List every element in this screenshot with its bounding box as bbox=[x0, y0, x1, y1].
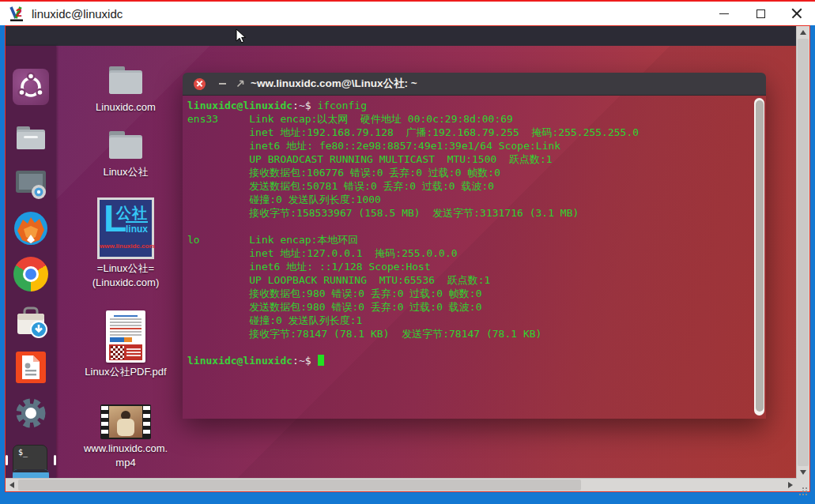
desktop-icon-video[interactable]: www.linuxidc.com. mp4 bbox=[80, 404, 172, 470]
vnc-window-titlebar: 2 linuxidc@linuxidc bbox=[0, 0, 815, 25]
terminal-minimize-button[interactable] bbox=[219, 83, 226, 85]
launcher-item-display[interactable] bbox=[13, 165, 49, 201]
terminal-body[interactable]: linuxidc@linuxidc:~$ ifconfig ens33 Link… bbox=[183, 95, 766, 419]
prompt-path: ~ bbox=[299, 355, 305, 367]
resize-grip[interactable] bbox=[797, 479, 809, 491]
terminal-scrollbar[interactable] bbox=[754, 98, 764, 416]
display-icon bbox=[13, 165, 49, 201]
terminal-output-line: 发送数据包:980 错误:0 丢弃:0 过载:0 载波:0 bbox=[187, 300, 750, 314]
terminal-output-line: 发送数据包:50781 错误:0 丢弃:0 过载:0 载波:0 bbox=[187, 179, 750, 193]
libreoffice-icon bbox=[13, 349, 49, 386]
qr-code-block bbox=[109, 344, 142, 360]
terminal-output-line: lo Link encap:本地环回 bbox=[187, 233, 750, 246]
terminal-output-line: inet6 地址: fe80::2e98:8857:49e1:39e1/64 S… bbox=[187, 139, 750, 152]
arrow-down-icon bbox=[800, 470, 806, 475]
terminal-title: ~ww.linuxidc.com@\Linux公社: ~ bbox=[251, 77, 417, 91]
arrow-right-icon bbox=[788, 482, 793, 488]
prompt-colon: : bbox=[292, 355, 299, 367]
prompt-dollar: $ bbox=[305, 100, 318, 111]
chrome-icon bbox=[13, 257, 48, 291]
terminal-cursor bbox=[318, 355, 324, 366]
desktop-icon-label: Linuxidc.com bbox=[96, 100, 156, 115]
maximize-icon bbox=[757, 9, 765, 18]
terminal-output-line: UP LOOPBACK RUNNING MTU:65536 跃点数:1 bbox=[187, 273, 750, 287]
window-controls bbox=[706, 2, 815, 25]
software-center-icon bbox=[13, 303, 49, 340]
arrow-left-icon bbox=[9, 482, 14, 488]
terminal-restore-button[interactable] bbox=[236, 79, 245, 88]
running-indicator bbox=[6, 455, 8, 465]
desktop-icon-label: =Linux公社= (Linuxidc.com) bbox=[92, 261, 160, 290]
close-button[interactable] bbox=[779, 2, 815, 25]
horizontal-scrollbar[interactable] bbox=[6, 478, 797, 491]
launcher-item-libreoffice[interactable] bbox=[13, 349, 49, 386]
scroll-up-button[interactable] bbox=[797, 26, 809, 39]
desktop-icon-label: Linux公社PDF.pdf bbox=[85, 365, 166, 379]
launcher-item-firefox[interactable] bbox=[13, 210, 49, 246]
gear-icon bbox=[13, 395, 49, 431]
prompt-colon: : bbox=[292, 100, 299, 111]
terminal-prompt-line: linuxidc@linuxidc:~$ ifconfig bbox=[187, 99, 750, 112]
desktop-icon-label: www.linuxidc.com. mp4 bbox=[84, 442, 168, 470]
terminal-icon-glyph: $_ bbox=[18, 448, 28, 457]
logo-url-text: www.linuxidc.com bbox=[100, 243, 152, 250]
launcher-item-chrome[interactable] bbox=[13, 256, 49, 292]
video-file-icon bbox=[100, 404, 151, 439]
terminal-output-line: 碰撞:0 发送队列长度:1 bbox=[187, 314, 750, 327]
vnc-logo-icon: 2 bbox=[8, 5, 25, 22]
minimize-button[interactable] bbox=[706, 2, 742, 25]
window-title: linuxidc@linuxidc bbox=[32, 7, 123, 21]
launcher-item-settings[interactable] bbox=[13, 395, 49, 431]
folder-icon bbox=[106, 62, 145, 98]
prompt-dollar: $ bbox=[305, 355, 318, 367]
desktop-icon-gongshe-folder[interactable]: Linux公社 bbox=[80, 126, 172, 179]
ubuntu-logo-icon bbox=[13, 69, 49, 105]
terminal-scrollbar-thumb[interactable] bbox=[756, 100, 764, 412]
vertical-scrollbar-thumb[interactable] bbox=[798, 39, 809, 466]
vertical-scrollbar[interactable] bbox=[796, 26, 809, 479]
arrow-up-icon bbox=[800, 30, 806, 35]
vnc-viewport: $_ Linuxidc.com Linux公社 bbox=[5, 25, 810, 492]
focused-indicator bbox=[54, 455, 56, 465]
scroll-left-button[interactable] bbox=[6, 479, 18, 491]
files-folder-icon bbox=[13, 119, 49, 156]
scroll-right-button[interactable] bbox=[784, 479, 797, 491]
terminal-window: ~ww.linuxidc.com@\Linux公社: ~ linuxidc@li… bbox=[183, 73, 766, 419]
close-icon bbox=[791, 8, 802, 19]
desktop-icon-logo-image[interactable]: L 公社 linux www.linuxidc.com =Linux公社= (L… bbox=[80, 197, 172, 290]
terminal-output-line: ens33 Link encap:以太网 硬件地址 00:0c:29:8d:00… bbox=[187, 112, 750, 126]
firefox-icon bbox=[13, 210, 49, 246]
terminal-output-line: inet 地址:192.168.79.128 广播:192.168.79.255… bbox=[187, 126, 750, 139]
terminal-output-line: 接收数据包:980 错误:0 丢弃:0 过载:0 帧数:0 bbox=[187, 287, 750, 300]
terminal-close-button[interactable] bbox=[194, 78, 206, 90]
terminal-output: ens33 Link encap:以太网 硬件地址 00:0c:29:8d:00… bbox=[187, 112, 750, 354]
prompt-user: linuxidc@linuxidc bbox=[187, 100, 292, 111]
mouse-cursor bbox=[236, 28, 247, 44]
minimize-icon bbox=[719, 13, 729, 14]
terminal-output-line: 碰撞:0 发送队列长度:1000 bbox=[187, 193, 750, 206]
ubuntu-top-panel bbox=[6, 26, 797, 46]
prompt-path: ~ bbox=[299, 100, 305, 111]
terminal-output-line bbox=[187, 220, 750, 233]
scroll-down-button[interactable] bbox=[797, 466, 809, 479]
maximize-button[interactable] bbox=[742, 2, 779, 25]
folder-icon bbox=[106, 126, 145, 163]
terminal-titlebar[interactable]: ~ww.linuxidc.com@\Linux公社: ~ bbox=[183, 73, 766, 96]
launcher-item-dash[interactable] bbox=[13, 69, 49, 105]
typed-command: ifconfig bbox=[317, 100, 367, 111]
prompt-user: linuxidc@linuxidc bbox=[187, 355, 292, 367]
desktop-icon-linuxidc-folder[interactable]: Linuxidc.com bbox=[80, 62, 172, 115]
terminal-output-line: 接收字节:78147 (78.1 KB) 发送字节:78147 (78.1 KB… bbox=[187, 327, 750, 340]
remote-desktop: $_ Linuxidc.com Linux公社 bbox=[6, 26, 797, 479]
desktop-icon-label: Linux公社 bbox=[103, 165, 148, 179]
unity-launcher: $_ bbox=[6, 46, 56, 479]
horizontal-scrollbar-thumb[interactable] bbox=[18, 480, 581, 491]
vnc-logo-digit: 2 bbox=[16, 6, 22, 19]
terminal-output-line: UP BROADCAST RUNNING MULTICAST MTU:1500 … bbox=[187, 152, 750, 166]
launcher-item-files[interactable] bbox=[13, 119, 49, 156]
terminal-prompt-line: linuxidc@linuxidc:~$ bbox=[187, 354, 750, 367]
desktop-icon-pdf[interactable]: Linux公社PDF.pdf bbox=[80, 310, 172, 379]
terminal-output-line bbox=[187, 340, 750, 354]
launcher-item-software[interactable] bbox=[13, 303, 49, 340]
linux-gongshe-logo-image: L 公社 linux www.linuxidc.com bbox=[97, 197, 154, 259]
